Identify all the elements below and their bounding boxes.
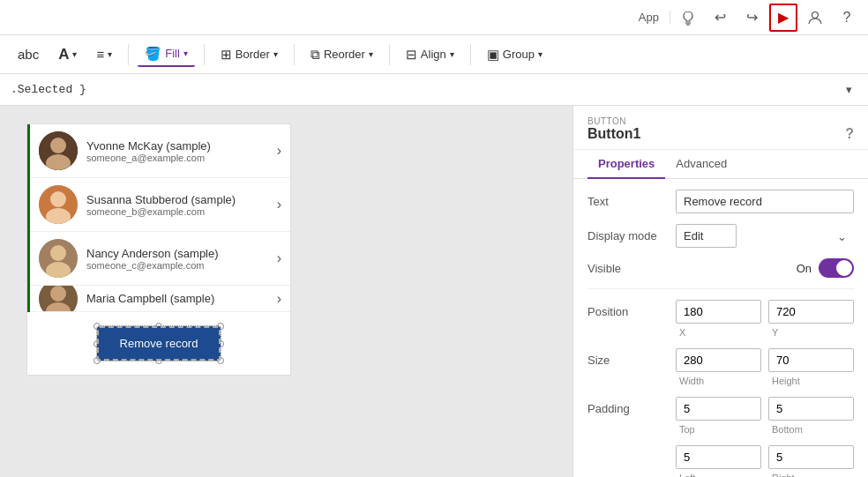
avatar xyxy=(39,239,78,278)
text-property-label: Text xyxy=(587,195,676,208)
canvas-area: Yvonne McKay (sample) someone_a@example.… xyxy=(0,106,572,477)
avatar xyxy=(39,185,78,224)
padding-right-input[interactable] xyxy=(768,445,854,469)
reorder-icon: ⧉ xyxy=(311,47,320,63)
undo-button[interactable]: ↩ xyxy=(706,4,734,32)
visible-label: Visible xyxy=(587,262,676,275)
padding-top-input[interactable] xyxy=(676,397,761,421)
tab-properties[interactable]: Properties xyxy=(587,150,665,179)
panel-type: BUTTON xyxy=(587,116,854,126)
panel-body: Text Display mode Edit View Disabled Vis… xyxy=(573,179,868,477)
formula-input[interactable] xyxy=(11,83,840,96)
item-email: someone_b@example.com xyxy=(86,206,268,217)
size-inputs: Width Height xyxy=(676,348,854,386)
position-coord-row xyxy=(676,300,854,324)
svg-point-5 xyxy=(50,191,66,207)
panel-name: Button1 ? xyxy=(587,126,854,142)
fill-icon: 🪣 xyxy=(145,46,161,62)
help-icon[interactable]: ? xyxy=(845,126,854,142)
chevron-right-icon: › xyxy=(277,143,281,159)
ribbon: abc A ▾ ≡ ▾ 🪣 Fill ▾ ⊞ Border ▾ ⧉ Reorde… xyxy=(0,35,868,74)
text-property-input[interactable] xyxy=(676,190,854,213)
list-item[interactable]: Nancy Anderson (sample) someone_c@exampl… xyxy=(30,232,290,286)
padding-label: Padding xyxy=(587,397,676,415)
display-mode-wrapper: Edit View Disabled xyxy=(676,224,854,248)
group-button[interactable]: ▣ Group ▾ xyxy=(480,43,550,66)
font-icon: A xyxy=(58,46,69,63)
bottom-label: Bottom xyxy=(768,424,854,435)
app-canvas: Yvonne McKay (sample) someone_a@example.… xyxy=(26,123,291,376)
group-dropdown-icon: ▾ xyxy=(538,49,542,59)
svg-point-2 xyxy=(50,138,66,153)
text-abc-icon: abc xyxy=(18,47,39,62)
position-y-input[interactable] xyxy=(768,300,854,324)
chevron-right-icon: › xyxy=(277,197,281,212)
play-button[interactable]: ▶ xyxy=(769,4,797,32)
padding-bottom-input[interactable] xyxy=(768,397,854,421)
size-coord-row xyxy=(676,348,854,372)
remove-record-button[interactable]: Remove record xyxy=(97,326,221,361)
border-icon: ⊞ xyxy=(221,47,232,63)
padding-top-row xyxy=(676,397,854,421)
fill-button[interactable]: 🪣 Fill ▾ xyxy=(138,42,195,67)
right-panel: BUTTON Button1 ? Properties Advanced Tex… xyxy=(572,106,868,477)
padding-lr-row xyxy=(676,445,854,469)
separator-2 xyxy=(204,44,205,65)
panel-tabs: Properties Advanced xyxy=(573,150,868,179)
reorder-dropdown-icon: ▾ xyxy=(369,49,373,59)
gallery-list: Yvonne McKay (sample) someone_a@example.… xyxy=(27,124,290,312)
padding-inputs: Top Bottom Left Right xyxy=(676,397,854,477)
border-dropdown-icon: ▾ xyxy=(273,49,278,59)
visible-on-label: On xyxy=(797,262,812,275)
svg-point-8 xyxy=(50,245,66,261)
tab-advanced[interactable]: Advanced xyxy=(665,150,737,179)
visible-row: Visible On xyxy=(587,258,854,278)
font-dropdown-icon: ▾ xyxy=(72,49,77,59)
display-mode-row: Display mode Edit View Disabled xyxy=(587,224,854,248)
chevron-right-icon: › xyxy=(277,250,281,266)
position-x-input[interactable] xyxy=(676,300,761,324)
item-name: Yvonne McKay (sample) xyxy=(86,139,268,153)
list-item[interactable]: Maria Campbell (sample) › xyxy=(30,286,290,312)
reorder-button[interactable]: ⧉ Reorder ▾ xyxy=(303,43,380,66)
redo-button[interactable]: ↪ xyxy=(737,4,766,32)
svg-point-11 xyxy=(50,286,66,302)
size-group: Size Width Height xyxy=(587,348,854,386)
align-button[interactable]: ⊟ Align ▾ xyxy=(399,43,461,66)
connect-icon[interactable] xyxy=(674,4,702,32)
size-width-input[interactable] xyxy=(676,348,761,372)
formula-dropdown[interactable]: ▾ xyxy=(840,81,857,99)
position-coord-labels: X Y xyxy=(676,327,854,338)
font-button[interactable]: A ▾ xyxy=(51,42,84,67)
remove-btn-wrapper: Remove record xyxy=(97,326,221,361)
user-icon[interactable] xyxy=(801,4,829,32)
panel-header: BUTTON Button1 ? xyxy=(573,106,868,150)
paragraph-button[interactable]: ≡ ▾ xyxy=(89,43,119,65)
svg-point-0 xyxy=(812,11,819,18)
visible-toggle[interactable] xyxy=(819,258,854,278)
paragraph-icon: ≡ xyxy=(96,47,104,62)
separator-3 xyxy=(294,44,295,65)
text-format-button[interactable]: abc xyxy=(11,43,46,65)
separator-4 xyxy=(389,44,390,65)
top-label: Top xyxy=(676,424,761,435)
border-button[interactable]: ⊞ Border ▾ xyxy=(213,43,285,66)
separator-5 xyxy=(470,44,471,65)
height-label: Height xyxy=(768,376,854,386)
x-label: X xyxy=(676,327,761,338)
item-name: Maria Campbell (sample) xyxy=(86,292,268,305)
chevron-right-icon: › xyxy=(277,291,281,307)
app-label: App xyxy=(628,11,670,24)
display-mode-select[interactable]: Edit View Disabled xyxy=(676,224,737,248)
list-item[interactable]: Susanna Stubberod (sample) someone_b@exa… xyxy=(30,178,290,232)
size-height-input[interactable] xyxy=(768,348,854,372)
right-label: Right xyxy=(768,473,854,477)
position-group: Position X Y xyxy=(587,300,854,338)
padding-left-input[interactable] xyxy=(676,445,761,469)
list-item[interactable]: Yvonne McKay (sample) someone_a@example.… xyxy=(30,124,290,178)
help-button[interactable]: ? xyxy=(833,4,861,32)
text-property-row: Text xyxy=(587,190,854,213)
top-toolbar: App ↩ ↪ ▶ ? xyxy=(0,0,868,35)
separator-1 xyxy=(128,44,129,65)
align-icon: ⊟ xyxy=(406,47,417,63)
